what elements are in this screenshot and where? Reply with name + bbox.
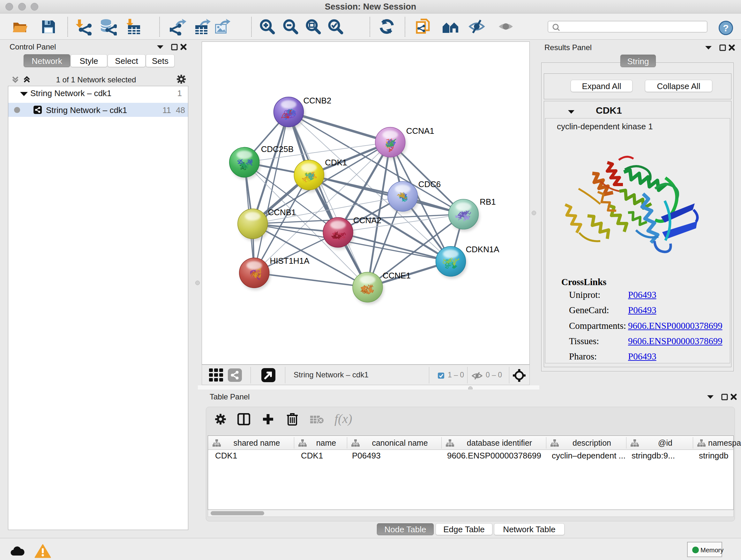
svg-text:RB1: RB1 bbox=[480, 197, 495, 206]
svg-text:CDC6: CDC6 bbox=[418, 180, 441, 189]
svg-text:CCNB1: CCNB1 bbox=[268, 208, 296, 217]
svg-text:CCNB2: CCNB2 bbox=[303, 96, 331, 105]
svg-text:CDK1: CDK1 bbox=[325, 158, 347, 167]
svg-text:CDKN1A: CDKN1A bbox=[466, 245, 499, 254]
svg-text:HIST1H1A: HIST1H1A bbox=[270, 256, 310, 265]
svg-text:CCNA1: CCNA1 bbox=[406, 126, 434, 135]
svg-text:CDC25B: CDC25B bbox=[261, 145, 293, 153]
svg-text:CCNE1: CCNE1 bbox=[383, 271, 411, 280]
svg-text:CCNA2: CCNA2 bbox=[353, 216, 381, 225]
